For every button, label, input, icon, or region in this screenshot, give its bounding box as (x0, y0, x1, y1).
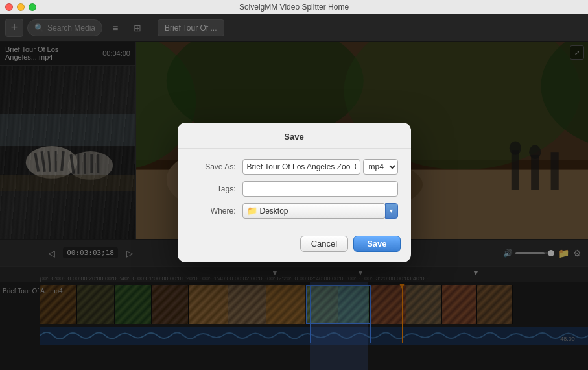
where-row: Where: 📁 Desktop ▾ (191, 203, 398, 219)
where-select[interactable]: 📁 Desktop (242, 203, 386, 219)
tags-label: Tags: (191, 184, 236, 193)
folder-icon: 📁 (247, 206, 257, 216)
modal-overlay: Save Save As: mp4 Tags: Where: 📁 (0, 14, 588, 370)
minimize-button[interactable] (17, 3, 25, 11)
where-label: Where: (191, 206, 236, 216)
where-picker: 📁 Desktop ▾ (242, 203, 398, 219)
title-bar: SolveigMM Video Splitter Home (0, 0, 588, 14)
app-title: SolveigMM Video Splitter Home (239, 3, 349, 12)
dialog-body: Save As: mp4 Tags: Where: 📁 Desktop (178, 149, 411, 232)
save-as-row: Save As: mp4 (191, 159, 398, 175)
close-button[interactable] (5, 3, 13, 11)
where-dropdown-arrow[interactable]: ▾ (385, 203, 398, 219)
maximize-button[interactable] (29, 3, 36, 11)
dialog-title: Save (178, 123, 411, 149)
save-as-label: Save As: (191, 162, 236, 171)
tags-input[interactable] (242, 181, 398, 197)
dialog-footer: Cancel Save (178, 232, 411, 252)
where-value: Desktop (260, 206, 288, 216)
tags-row: Tags: (191, 181, 398, 197)
dialog-save-button[interactable]: Save (353, 236, 400, 252)
window-controls (5, 3, 36, 11)
save-dialog: Save Save As: mp4 Tags: Where: 📁 (178, 123, 411, 262)
cancel-button[interactable]: Cancel (300, 236, 348, 252)
save-as-input[interactable] (242, 159, 360, 175)
save-as-dropdown[interactable]: mp4 (363, 159, 398, 175)
